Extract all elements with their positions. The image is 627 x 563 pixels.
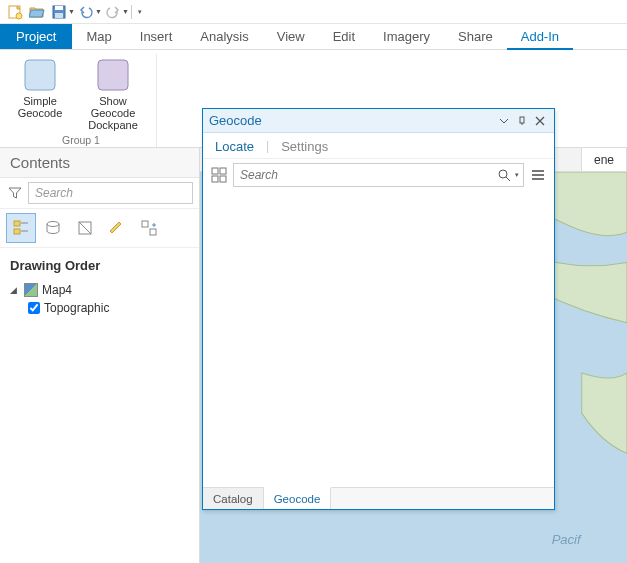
tab-analysis[interactable]: Analysis: [186, 24, 262, 49]
layer-visibility-checkbox[interactable]: [28, 302, 40, 314]
tab-share[interactable]: Share: [444, 24, 507, 49]
svg-point-1: [16, 13, 22, 19]
toc-list-by-snapping-icon[interactable]: [134, 213, 164, 243]
geocode-dockpane: Geocode Locate | Settings ▾ Catalog Geoc…: [202, 108, 555, 510]
qat-save-dropdown-icon[interactable]: ▼: [68, 8, 75, 15]
svg-rect-23: [212, 176, 218, 182]
qat-redo-icon[interactable]: [102, 2, 124, 22]
svg-rect-14: [150, 229, 156, 235]
subtab-separator: |: [266, 139, 269, 154]
map-name: Map4: [42, 283, 72, 297]
quick-access-toolbar: ▼ ▼ ▼ ▾: [0, 0, 627, 24]
tab-insert[interactable]: Insert: [126, 24, 187, 49]
dockpane-close-icon[interactable]: [532, 113, 548, 129]
toc-layer-item[interactable]: Topographic: [10, 299, 189, 317]
qat-redo-dropdown-icon[interactable]: ▼: [122, 8, 129, 15]
contents-search-input[interactable]: [28, 182, 193, 204]
dockpane-subtabs: Locate | Settings: [203, 133, 554, 159]
search-dropdown-icon[interactable]: ▾: [515, 171, 519, 179]
toc-list-by-editing-icon[interactable]: [102, 213, 132, 243]
svg-point-11: [47, 222, 59, 227]
contents-title: Contents: [0, 148, 199, 178]
svg-rect-21: [212, 168, 218, 174]
filter-icon[interactable]: [6, 184, 24, 202]
contents-panel: Contents Drawing Order: [0, 148, 200, 563]
toc-list-by-selection-icon[interactable]: [70, 213, 100, 243]
qat-customize-dropdown-icon[interactable]: ▾: [138, 8, 142, 16]
dockpane-search-wrap: ▾: [233, 163, 524, 187]
contents-search-row: [0, 178, 199, 209]
map-view-tab[interactable]: ene: [581, 148, 627, 171]
svg-rect-6: [98, 60, 128, 90]
show-geocode-dockpane-label: Show Geocode Dockpane: [77, 95, 149, 131]
svg-rect-13: [142, 221, 148, 227]
categories-icon[interactable]: [211, 167, 227, 183]
layer-name: Topographic: [44, 301, 109, 315]
tab-map[interactable]: Map: [72, 24, 125, 49]
toc-map-item[interactable]: ◢ Map4: [10, 281, 189, 299]
svg-rect-24: [220, 176, 226, 182]
svg-text:Pacif: Pacif: [552, 532, 582, 547]
toc-list-by-source-icon[interactable]: [38, 213, 68, 243]
bottom-tab-catalog[interactable]: Catalog: [203, 488, 264, 509]
svg-rect-7: [14, 221, 20, 226]
dockpane-bottom-tabs: Catalog Geocode: [203, 487, 554, 509]
options-menu-icon[interactable]: [530, 167, 546, 183]
qat-undo-icon[interactable]: [75, 2, 97, 22]
simple-geocode-icon: [22, 57, 58, 93]
qat-open-icon[interactable]: [26, 2, 48, 22]
dockpane-menu-icon[interactable]: [496, 113, 512, 129]
qat-undo-dropdown-icon[interactable]: ▼: [95, 8, 102, 15]
drawing-order-heading: Drawing Order: [10, 258, 189, 273]
expand-icon[interactable]: ◢: [10, 285, 20, 295]
svg-rect-3: [55, 6, 63, 10]
dockpane-body: [203, 191, 554, 487]
dockpane-autohide-icon[interactable]: [514, 113, 530, 129]
qat-divider: [131, 5, 132, 19]
subtab-settings[interactable]: Settings: [279, 139, 330, 154]
svg-line-26: [506, 177, 510, 181]
subtab-locate[interactable]: Locate: [213, 139, 256, 154]
dockpane-search-input[interactable]: [238, 166, 495, 184]
svg-rect-4: [55, 13, 63, 18]
qat-save-icon[interactable]: [48, 2, 70, 22]
dockpane-search-row: ▾: [203, 159, 554, 191]
svg-rect-19: [520, 117, 524, 123]
show-geocode-dockpane-icon: [95, 57, 131, 93]
tab-edit[interactable]: Edit: [319, 24, 369, 49]
svg-rect-8: [14, 229, 20, 234]
bottom-tab-geocode[interactable]: Geocode: [264, 487, 332, 509]
show-geocode-dockpane-button[interactable]: Show Geocode Dockpane: [74, 54, 152, 134]
toc-list-by-drawing-order-icon[interactable]: [6, 213, 36, 243]
tab-view[interactable]: View: [263, 24, 319, 49]
tab-addin[interactable]: Add-In: [507, 24, 573, 49]
simple-geocode-label: Simple Geocode: [13, 95, 67, 119]
ribbon-group-name: Group 1: [62, 134, 100, 149]
svg-rect-5: [25, 60, 55, 90]
tab-project[interactable]: Project: [0, 24, 72, 49]
simple-geocode-button[interactable]: Simple Geocode: [10, 54, 70, 134]
dockpane-title: Geocode: [209, 113, 494, 128]
map-icon: [24, 283, 38, 297]
svg-rect-22: [220, 168, 226, 174]
toc-view-icons: [0, 209, 199, 248]
tab-imagery[interactable]: Imagery: [369, 24, 444, 49]
svg-point-25: [499, 170, 507, 178]
ribbon-group-1: Simple Geocode Show Geocode Dockpane Gro…: [6, 54, 157, 147]
toc-body: Drawing Order ◢ Map4 Topographic: [0, 248, 199, 327]
qat-new-icon[interactable]: [4, 2, 26, 22]
dockpane-titlebar[interactable]: Geocode: [203, 109, 554, 133]
ribbon-tabs: Project Map Insert Analysis View Edit Im…: [0, 24, 627, 50]
search-icon[interactable]: [495, 168, 513, 182]
